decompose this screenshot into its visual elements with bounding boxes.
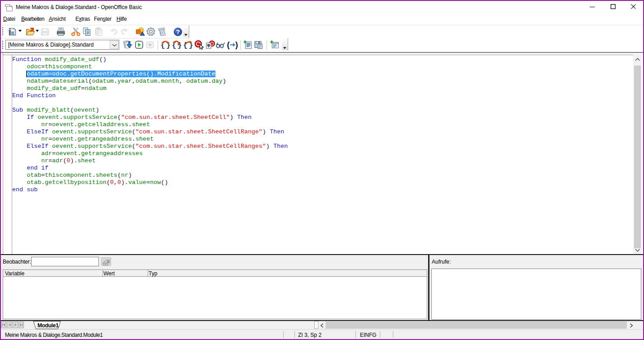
svg-text:?: ? [176,28,180,36]
svg-text:): ) [235,40,238,49]
svg-text:(: ( [227,40,230,49]
